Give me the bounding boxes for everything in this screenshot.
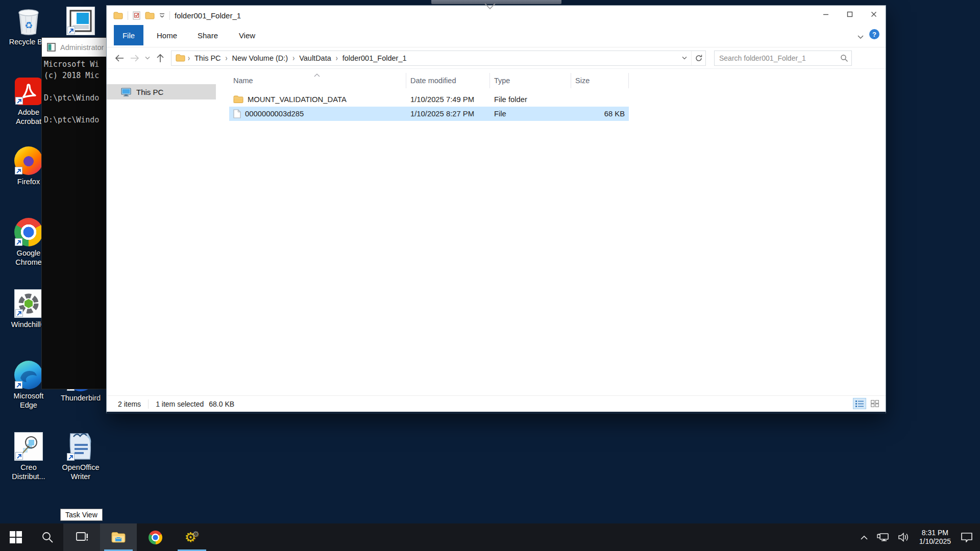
qat-new-folder-icon[interactable] <box>145 12 155 19</box>
search-box <box>714 51 852 66</box>
app-window-icon <box>66 6 95 36</box>
qat-properties-icon[interactable] <box>133 11 140 20</box>
file-name: 0000000003d285 <box>245 110 304 118</box>
file-row-mount-validation-data[interactable]: MOUNT_VALIDATION_DATA 1/10/2025 7:49 PM … <box>229 92 629 107</box>
file-name: MOUNT_VALIDATION_DATA <box>248 95 347 104</box>
file-list: Name Date modified Type Size MOUNT_VALID… <box>216 69 886 395</box>
openoffice-writer-icon <box>66 432 95 461</box>
taskbar: ⚙⚙ <box>0 523 980 551</box>
shortcut-arrow-icon <box>15 238 22 246</box>
column-headers: Name Date modified Type Size <box>229 73 629 88</box>
qat-separator <box>169 11 170 20</box>
taskbar-file-explorer-button[interactable] <box>100 523 137 551</box>
file-row-0000000003d285[interactable]: 0000000003d285 1/10/2025 8:27 PM File 68… <box>229 107 629 121</box>
chevron-up-icon <box>861 535 868 540</box>
breadcrumb-separator: › <box>290 53 297 62</box>
desktop-icon-creo[interactable]: Creo Distribut... <box>2 432 55 481</box>
address-bar[interactable]: › This PC › New Volume (D:) › VaultData … <box>171 51 706 66</box>
gears-app-icon: ⚙⚙ <box>185 531 200 544</box>
desktop-icon-app-shortcut[interactable] <box>54 6 107 36</box>
shortcut-arrow-icon <box>15 97 23 105</box>
file-size: 68 KB <box>571 110 629 118</box>
large-icons-view-button[interactable] <box>868 398 881 409</box>
chrome-icon <box>14 217 43 247</box>
shortcut-arrow-icon <box>15 452 23 460</box>
this-pc-icon <box>121 88 131 96</box>
help-icon[interactable]: ? <box>869 29 879 39</box>
sort-ascending-icon <box>314 70 320 79</box>
search-icon <box>840 54 848 64</box>
file-icon <box>233 109 241 118</box>
address-row: › This PC › New Volume (D:) › VaultData … <box>107 47 886 69</box>
action-center-button[interactable] <box>956 523 980 551</box>
tab-view[interactable]: View <box>234 25 260 45</box>
desktop-icon-label: OpenOffice Writer <box>57 463 104 481</box>
file-type: File folder <box>490 95 571 104</box>
taskbar-chrome-button[interactable] <box>137 523 174 551</box>
ribbon-expand-icon[interactable] <box>857 32 864 41</box>
tab-share[interactable]: Share <box>194 25 221 45</box>
shortcut-arrow-icon <box>15 309 23 317</box>
file-date: 1/10/2025 7:49 PM <box>406 95 490 104</box>
task-view-button[interactable] <box>63 523 100 551</box>
system-tray: 8:31 PM 1/10/2025 <box>856 523 980 551</box>
search-input[interactable] <box>715 51 851 65</box>
console-window-icon <box>47 43 56 52</box>
forward-button[interactable] <box>127 51 142 66</box>
column-header-size[interactable]: Size <box>571 73 629 88</box>
column-header-date-modified[interactable]: Date modified <box>406 73 490 88</box>
console-line: D:\ptc\Windo <box>44 115 99 124</box>
recycle-bin-icon: ♻ <box>14 6 43 36</box>
details-view-button[interactable] <box>853 398 866 409</box>
taskbar-gear-app-button[interactable]: ⚙⚙ <box>174 523 210 551</box>
refresh-icon[interactable] <box>691 51 705 65</box>
taskbar-search-button[interactable] <box>32 523 63 551</box>
chrome-icon <box>149 531 162 544</box>
status-selection: 1 item selected <box>156 400 204 408</box>
qat-customize-chevron-icon[interactable] <box>159 13 165 18</box>
status-divider <box>148 399 149 409</box>
console-title: Administrator <box>60 43 104 52</box>
system-folder-icon <box>113 12 123 19</box>
console-line: (c) 2018 Mic <box>44 71 99 80</box>
tray-network-icon[interactable] <box>872 523 894 551</box>
navigation-pane: This PC <box>107 69 216 395</box>
file-explorer-window: folder001_Folder_1 File Home Share View <box>106 5 886 414</box>
file-explorer-icon <box>111 532 126 543</box>
address-folder-icon <box>176 54 185 62</box>
close-button[interactable] <box>862 6 886 23</box>
tray-volume-icon[interactable] <box>894 523 914 551</box>
qat-separator <box>128 11 128 20</box>
tab-file[interactable]: File <box>114 25 143 45</box>
desktop-icon-label: Thunderbird <box>57 394 104 403</box>
breadcrumb-vaultdata[interactable]: VaultData <box>297 54 333 62</box>
status-items-count: 2 items <box>118 400 141 408</box>
firefox-icon <box>14 146 43 176</box>
column-header-type[interactable]: Type <box>490 73 571 88</box>
start-button[interactable] <box>0 523 32 551</box>
breadcrumb-new-volume[interactable]: New Volume (D:) <box>230 54 290 62</box>
address-dropdown-icon[interactable] <box>678 51 691 65</box>
breadcrumb-separator: › <box>333 53 340 62</box>
tab-home[interactable]: Home <box>154 25 180 45</box>
breadcrumb-current-folder[interactable]: folder001_Folder_1 <box>340 54 409 62</box>
desktop-icon-label: Creo Distribut... <box>5 463 52 481</box>
file-type: File <box>490 110 571 118</box>
up-button[interactable] <box>153 51 168 66</box>
action-center-icon <box>961 532 973 543</box>
maximize-button[interactable] <box>838 6 862 23</box>
recent-locations-dropdown[interactable] <box>142 51 153 66</box>
shortcut-arrow-icon <box>67 27 75 34</box>
nav-item-this-pc[interactable]: This PC <box>107 84 216 99</box>
taskbar-clock[interactable]: 8:31 PM 1/10/2025 <box>914 529 956 546</box>
tray-show-hidden-icons[interactable] <box>856 523 872 551</box>
console-line: Microsoft Wi <box>44 60 99 69</box>
shortcut-arrow-icon <box>15 167 22 174</box>
shortcut-arrow-icon <box>15 381 22 389</box>
ethernet-network-icon <box>877 532 889 542</box>
minimize-button[interactable] <box>814 6 838 23</box>
breadcrumb-this-pc[interactable]: This PC <box>192 54 223 62</box>
back-button[interactable] <box>112 51 127 66</box>
connection-bar-chevron-icon[interactable] <box>482 3 498 12</box>
desktop-icon-openoffice-writer[interactable]: OpenOffice Writer <box>54 432 107 481</box>
